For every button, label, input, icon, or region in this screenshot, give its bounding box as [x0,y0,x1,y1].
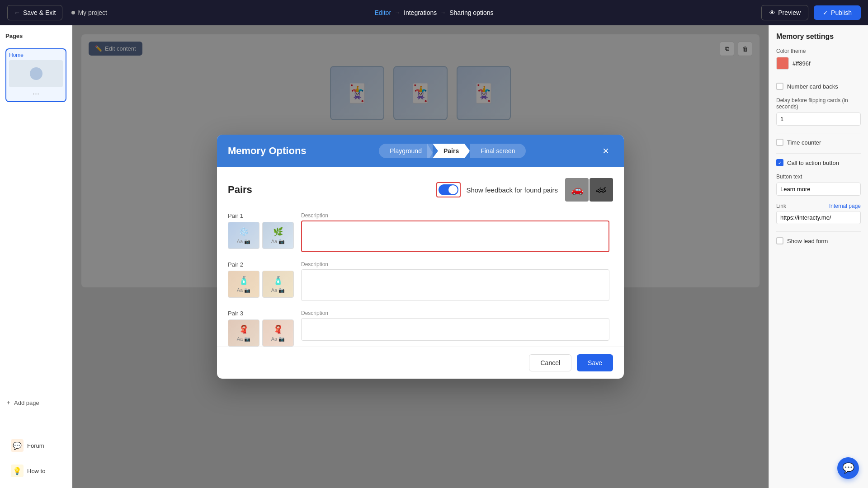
forum-icon: 💬 [11,439,24,452]
color-theme-label: Color theme [776,48,861,54]
lead-form-label: Show lead form [787,238,828,244]
close-icon: × [603,145,609,157]
cta-setting: ✓ Call to action button [776,159,861,166]
pair-1-description-area: Description [301,212,609,254]
color-swatch[interactable] [776,57,789,70]
feedback-label: Show feedback for found pairs [466,186,558,194]
color-hex-value: #ff896f [793,60,811,67]
pair-3-image-b[interactable]: 🧣 Aa 📷 [262,319,294,347]
thumb-circle [30,67,42,80]
nav-right: 👁 Preview ✓ Publish [761,5,861,20]
toggle-wrapper [436,182,461,197]
feedback-toggle[interactable] [439,184,458,195]
lead-form-checkbox[interactable] [776,237,783,244]
nav-sharing[interactable]: Sharing options [449,9,493,16]
divider-4 [776,231,861,232]
save-exit-button[interactable]: ← Save & Exit [7,5,62,20]
pairs-header: Pairs Show feedback for found pairs [228,178,613,202]
add-page-button[interactable]: ＋ Add page [5,399,66,407]
forum-label: Forum [27,442,44,449]
text-icon-b: Aa [271,239,277,244]
divider-2 [776,133,861,133]
publish-label: Publish [831,9,852,16]
text-icon: Aa [237,239,243,244]
pair-1-info: Pair 1 ❄️ Aa 📷 [228,212,294,249]
pair-1-desc-input[interactable] [301,221,609,252]
pair-2-image-b[interactable]: 🧴 Aa 📷 [262,271,294,298]
pairs-scroll[interactable]: Pair 1 ❄️ Aa 📷 [228,212,613,347]
pair-1-image-b[interactable]: 🌿 Aa 📷 [262,222,294,249]
number-card-backs-checkbox[interactable] [776,83,783,90]
pair-2-info: Pair 2 🧴 Aa 📷 [228,261,294,298]
pair-2-label: Pair 2 [228,261,294,268]
color-theme-setting: Color theme #ff896f [776,48,861,70]
howto-icon: 💡 [11,465,24,477]
lead-form-setting: Show lead form [776,237,861,244]
chat-button[interactable]: 💬 [837,457,859,479]
modal-overlay: Memory Options Playground Pairs [72,25,769,488]
pair-3-label: Pair 3 [228,310,294,317]
cta-checkbox[interactable]: ✓ [776,159,783,166]
save-button[interactable]: Save [577,354,613,371]
tab-final-screen[interactable]: Final screen [470,144,526,158]
toggle-knob [448,185,458,194]
time-counter-setting: Time counter [776,139,861,146]
lead-form-row: Show lead form [776,237,861,244]
modal-title: Memory Options [228,145,307,157]
pair-3-info: Pair 3 🧣 Aa 📷 [228,310,294,347]
cancel-button[interactable]: Cancel [529,354,571,371]
pair-2-desc-label: Description [301,261,609,267]
cta-row: ✓ Call to action button [776,159,861,166]
forum-link[interactable]: 💬 Forum [5,436,66,455]
divider-3 [776,153,861,154]
pair-2-desc-input[interactable] [301,269,609,301]
tab-pairs[interactable]: Pairs [433,144,470,158]
pair-1-image-a[interactable]: ❄️ Aa 📷 [228,222,259,249]
pair-2-image-a[interactable]: 🧴 Aa 📷 [228,271,259,298]
modal-footer: Cancel Save [217,347,624,379]
link-label: Link [776,203,786,209]
nav-arrow-2: → [440,9,446,16]
center-content: ✏️ Edit content ⧉ 🗑 🃏 🃏 🃏 [72,25,769,488]
time-counter-checkbox[interactable] [776,139,783,146]
home-page-item[interactable]: Home ··· [5,48,66,102]
nav-integrations[interactable]: Integrations [404,9,437,16]
pair-1-label: Pair 1 [228,212,294,219]
internal-page-link[interactable]: Internal page [829,203,861,209]
memory-options-modal: Memory Options Playground Pairs [217,135,624,379]
svg-marker-0 [427,144,433,158]
tab-playground[interactable]: Playground [379,144,433,158]
nav-editor[interactable]: Editor [374,9,391,16]
button-text-setting: Button text [776,174,861,196]
publish-button[interactable]: ✓ Publish [814,5,861,20]
page-options-dots[interactable]: ··· [9,89,63,99]
save-exit-label: Save & Exit [23,9,56,16]
nav-left: ← Save & Exit My project [7,5,107,20]
modal-header: Memory Options Playground Pairs [217,135,624,167]
photo-icon-b: 📷 [278,239,285,244]
preview-label: Preview [778,9,801,16]
link-input[interactable] [776,211,861,224]
number-card-backs-setting: Number card backs [776,83,861,90]
modal-close-button[interactable]: × [599,144,613,158]
modal-body: Pairs Show feedback for found pairs [217,167,624,347]
car-image-2: 🏎 [590,178,613,202]
button-text-input[interactable] [776,183,861,196]
settings-title: Memory settings [776,33,861,41]
pair-3-desc-input[interactable] [301,318,609,341]
delay-input[interactable] [776,113,861,126]
howto-link[interactable]: 💡 How to [5,461,66,481]
car-images: 🚗 🏎 [565,178,613,202]
pair-1-images: ❄️ Aa 📷 🌿 A [228,222,294,249]
feedback-toggle-row: Show feedback for found pairs [436,182,558,197]
time-counter-row: Time counter [776,139,861,146]
chat-icon: 💬 [842,462,854,474]
eye-icon: 👁 [769,9,775,16]
pair-3-description-area: Description [301,310,609,343]
preview-button[interactable]: 👁 Preview [761,5,808,20]
plus-icon: ＋ [5,399,11,407]
left-sidebar: Pages Home ··· ＋ Add page 💬 Forum 💡 How … [0,25,72,488]
delay-label: Delay before flipping cards (in seconds) [776,97,861,110]
pair-3-image-a[interactable]: 🧣 Aa 📷 [228,319,259,347]
number-card-backs-label: Number card backs [787,83,838,90]
